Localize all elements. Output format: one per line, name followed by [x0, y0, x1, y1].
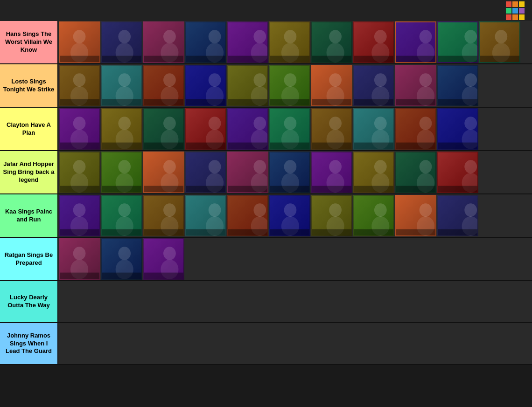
- tier-card-r1c1[interactable]: [59, 21, 100, 63]
- card-svg: [60, 195, 99, 236]
- svg-point-49: [118, 73, 131, 87]
- tier-card-r5c5[interactable]: [227, 195, 268, 236]
- tier-card-r1c3[interactable]: [143, 21, 184, 63]
- tier-card-r2c3[interactable]: [143, 65, 184, 106]
- svg-point-81: [464, 73, 477, 87]
- svg-point-109: [329, 117, 342, 130]
- tier-card-r1c6[interactable]: [269, 21, 310, 63]
- card-inner: [185, 195, 226, 236]
- tier-card-r5c10[interactable]: [437, 195, 478, 236]
- card-svg: [102, 238, 141, 280]
- svg-point-209: [118, 247, 131, 260]
- tier-card-r2c9[interactable]: [395, 65, 436, 106]
- tier-card-r3c4[interactable]: [185, 108, 226, 150]
- tier-row-row2: Losto Sings Tonight We Strike: [0, 64, 532, 108]
- svg-rect-35: [396, 56, 435, 62]
- tier-card-r1c10[interactable]: [437, 21, 478, 63]
- tier-card-r5c9[interactable]: [395, 195, 436, 236]
- tier-card-r6c2[interactable]: [101, 238, 142, 280]
- svg-point-121: [464, 117, 477, 130]
- svg-rect-151: [312, 186, 351, 192]
- card-inner: [101, 152, 142, 193]
- tier-card-r3c10[interactable]: [437, 108, 478, 150]
- svg-rect-27: [312, 56, 351, 62]
- svg-rect-199: [396, 229, 435, 235]
- card-inner: [59, 21, 100, 63]
- tier-label-row3: Clayton Have A Plan: [0, 108, 58, 150]
- tier-card-r5c2[interactable]: [101, 195, 142, 236]
- tier-row-row8: Johnny Ramos Sings When I Lead The Guard: [0, 323, 532, 365]
- tier-label-row1: Hans Sings The Worst Villain We Know: [0, 21, 58, 63]
- card-inner: [59, 65, 100, 106]
- tier-card-r1c4[interactable]: [185, 21, 226, 63]
- tier-card-r4c8[interactable]: [353, 152, 394, 193]
- svg-point-53: [163, 73, 176, 87]
- tier-card-r5c8[interactable]: [353, 195, 394, 236]
- tier-card-r3c7[interactable]: [311, 108, 352, 150]
- tier-card-r4c7[interactable]: [311, 152, 352, 193]
- tier-card-r5c3[interactable]: [143, 195, 184, 236]
- card-svg: [438, 195, 477, 236]
- tier-card-r4c2[interactable]: [101, 152, 142, 193]
- tier-card-r1c5[interactable]: [227, 21, 268, 63]
- tier-card-r5c1[interactable]: [59, 195, 100, 236]
- tier-card-r5c6[interactable]: [269, 195, 310, 236]
- tier-card-r4c4[interactable]: [185, 152, 226, 193]
- card-inner: [101, 195, 142, 236]
- tier-card-r3c9[interactable]: [395, 108, 436, 150]
- tier-card-r1c11[interactable]: [479, 21, 520, 63]
- svg-point-33: [420, 30, 432, 43]
- tier-card-r2c6[interactable]: [269, 65, 310, 106]
- svg-point-45: [73, 73, 86, 87]
- card-inner: [185, 21, 226, 63]
- tier-card-r4c5[interactable]: [227, 152, 268, 193]
- card-svg: [396, 65, 435, 106]
- tier-card-r3c5[interactable]: [227, 108, 268, 150]
- svg-point-193: [374, 203, 387, 217]
- tier-content-row4: [58, 151, 532, 193]
- tier-card-r1c8[interactable]: [353, 21, 394, 63]
- tier-card-r1c9[interactable]: [395, 21, 436, 63]
- tier-card-r1c7[interactable]: [311, 21, 352, 63]
- tier-card-r3c3[interactable]: [143, 108, 184, 150]
- tier-card-r2c10[interactable]: [437, 65, 478, 106]
- svg-point-185: [284, 203, 297, 217]
- svg-rect-179: [186, 229, 225, 235]
- tier-card-r1c2[interactable]: [101, 21, 142, 63]
- tier-card-r3c8[interactable]: [353, 108, 394, 150]
- card-svg: [60, 238, 99, 280]
- tier-card-r4c3[interactable]: [143, 152, 184, 193]
- card-inner: [227, 195, 268, 236]
- tier-card-r2c8[interactable]: [353, 65, 394, 106]
- tier-card-r2c7[interactable]: [311, 65, 352, 106]
- tier-card-r2c1[interactable]: [59, 65, 100, 106]
- tier-card-r3c1[interactable]: [59, 108, 100, 150]
- svg-rect-167: [60, 229, 99, 235]
- tier-card-r2c5[interactable]: [227, 65, 268, 106]
- tier-card-r3c2[interactable]: [101, 108, 142, 150]
- svg-rect-119: [396, 143, 435, 149]
- tier-card-r4c6[interactable]: [269, 152, 310, 193]
- tier-card-r6c3[interactable]: [143, 238, 184, 280]
- svg-point-197: [420, 203, 432, 217]
- logo-cell: [519, 8, 525, 14]
- logo-cell: [506, 1, 511, 7]
- tier-card-r2c4[interactable]: [185, 65, 226, 106]
- svg-point-105: [284, 117, 297, 130]
- card-inner: [59, 108, 100, 150]
- tier-card-r4c1[interactable]: [59, 152, 100, 193]
- card-svg: [144, 65, 183, 106]
- card-svg: [102, 21, 141, 63]
- tier-card-r4c9[interactable]: [395, 152, 436, 193]
- tier-card-r5c7[interactable]: [311, 195, 352, 236]
- card-inner: [395, 195, 436, 236]
- svg-point-25: [329, 30, 342, 43]
- tier-card-r2c2[interactable]: [101, 65, 142, 106]
- tiermaker-logo: [506, 1, 528, 20]
- svg-point-189: [329, 203, 342, 217]
- tier-label-row7: Lucky Dearly Outta The Way: [0, 281, 58, 322]
- tier-card-r4c10[interactable]: [437, 152, 478, 193]
- tier-card-r6c1[interactable]: [59, 238, 100, 280]
- tier-card-r3c6[interactable]: [269, 108, 310, 150]
- tier-card-r5c4[interactable]: [185, 195, 226, 236]
